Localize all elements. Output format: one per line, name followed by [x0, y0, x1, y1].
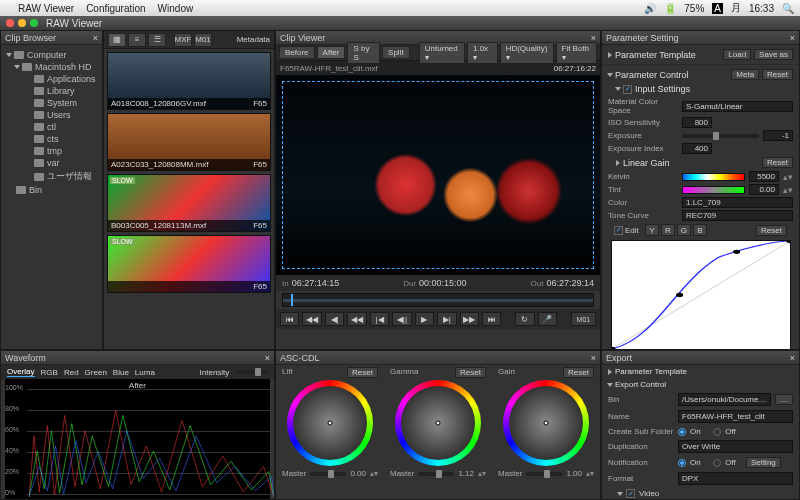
zoom-dropdown[interactable]: 1.0x ▾ [467, 42, 498, 64]
minimize-window-icon[interactable] [18, 19, 26, 27]
menu-config[interactable]: Configuration [86, 3, 145, 14]
exposure-slider[interactable] [682, 134, 759, 138]
loop-icon[interactable]: ↻ [515, 312, 534, 326]
load-button[interactable]: Load [723, 49, 751, 60]
filter-m01[interactable]: M01 [194, 33, 212, 47]
iso-value[interactable]: 800 [682, 117, 712, 128]
tree-item[interactable]: var [5, 157, 98, 169]
tone-curve-editor[interactable] [611, 240, 791, 349]
close-icon[interactable]: × [265, 353, 270, 363]
tree-item[interactable]: Users [5, 109, 98, 121]
quality-dropdown[interactable]: HD(Quality) ▾ [500, 42, 554, 64]
after-button[interactable]: After [317, 46, 346, 59]
subfolder-off-radio[interactable] [713, 428, 721, 436]
video-checkbox[interactable]: ✓ [626, 489, 635, 498]
stepper-icon[interactable]: ▴▾ [478, 469, 486, 478]
reset-button[interactable]: Reset [347, 367, 378, 378]
master-value[interactable]: 1.00 [566, 469, 582, 478]
spotlight-icon[interactable]: 🔍 [782, 3, 794, 14]
export-template-hdr[interactable]: Parameter Template [615, 367, 687, 376]
tree-item[interactable]: Applications [5, 73, 98, 85]
meta-button[interactable]: Meta [731, 69, 759, 80]
tree-item[interactable]: tmp [5, 145, 98, 157]
viewer-canvas[interactable] [276, 75, 600, 275]
tree-item[interactable]: ユーザ情報 [5, 169, 98, 184]
volume-icon[interactable]: 🔊 [644, 3, 656, 14]
battery-icon[interactable]: 🔋 [664, 3, 676, 14]
exposure-value[interactable]: -1 [763, 130, 793, 141]
tonecurve-dropdown[interactable]: REC709 [682, 210, 793, 221]
close-window-icon[interactable] [6, 19, 14, 27]
zoom-window-icon[interactable] [30, 19, 38, 27]
stepper-icon[interactable]: ▴▾ [783, 172, 793, 182]
view-list-icon[interactable]: ≡ [128, 33, 146, 47]
reset-button[interactable]: Reset [756, 225, 787, 236]
fit-dropdown[interactable]: Fit Both ▾ [556, 42, 597, 64]
clip-thumbnail[interactable]: SLOWB003C005_1208113M.mxfF65 [107, 174, 271, 232]
clip-thumbnail[interactable]: SLOWF65 [107, 235, 271, 293]
menu-window[interactable]: Window [158, 3, 194, 14]
tree-item[interactable]: cts [5, 133, 98, 145]
reset-button[interactable]: Reset [455, 367, 486, 378]
notif-off-radio[interactable] [713, 459, 721, 467]
frame-fwd-icon[interactable]: ▶| [437, 312, 456, 326]
frame-back-icon[interactable]: |◀ [370, 312, 389, 326]
timeline-scrubber[interactable] [282, 293, 594, 307]
intensity-slider[interactable] [235, 370, 268, 374]
kelvin-value[interactable]: 5500 [749, 171, 779, 182]
folder-tree[interactable]: ComputerMacintosh HDApplicationsLibraryS… [1, 45, 102, 200]
master-slider[interactable] [526, 472, 562, 476]
tree-item[interactable]: System [5, 97, 98, 109]
play-icon[interactable]: ▶ [415, 312, 434, 326]
close-icon[interactable]: × [591, 353, 596, 363]
tree-item[interactable]: Bin [5, 184, 98, 196]
before-button[interactable]: Before [279, 46, 315, 59]
clip-thumbnail[interactable]: A023C033_120808MM.mxfF65 [107, 113, 271, 171]
export-name-field[interactable]: F65RAW-HFR_test_clit [678, 410, 793, 423]
tint-slider[interactable] [682, 186, 745, 194]
input-settings-hdr[interactable]: Input Settings [635, 84, 690, 94]
wf-red-tab[interactable]: Red [64, 368, 79, 377]
master-value[interactable]: 0.00 [350, 469, 366, 478]
color-dropdown[interactable]: 1.LC_709 [682, 197, 793, 208]
param-control-hdr[interactable]: Parameter Control [615, 70, 689, 80]
notif-setting-button[interactable]: Setting [746, 457, 781, 468]
close-icon[interactable]: × [93, 33, 98, 43]
play-reverse-icon[interactable]: ◀|| [392, 312, 411, 326]
ei-value[interactable]: 400 [682, 143, 712, 154]
thumbnail-list[interactable]: A018C008_120806GV.mxfF65A023C033_120808M… [104, 49, 274, 335]
stepper-icon[interactable]: ▴▾ [783, 185, 793, 195]
filter-mxf[interactable]: MXF [174, 33, 192, 47]
clip-thumbnail[interactable]: A018C008_120806GV.mxfF65 [107, 52, 271, 110]
color-space-dropdown[interactable]: S-Gamut/Linear [682, 101, 793, 112]
mic-icon[interactable]: 🎤 [538, 312, 557, 326]
stepper-icon[interactable]: ▴▾ [370, 469, 378, 478]
a-icon[interactable]: A [712, 3, 723, 14]
color-wheel-gain[interactable] [503, 380, 589, 466]
reset-button[interactable]: Reset [762, 69, 793, 80]
wf-blue-tab[interactable]: Blue [113, 368, 129, 377]
master-slider[interactable] [418, 472, 454, 476]
rewind-icon[interactable]: ◀◀ [347, 312, 366, 326]
tree-item[interactable]: Computer [5, 49, 98, 61]
stepper-icon[interactable]: ▴▾ [586, 469, 594, 478]
m01-button[interactable]: M01 [571, 312, 596, 326]
reset-button[interactable]: Reset [563, 367, 594, 378]
wf-rgb-tab[interactable]: RGB [41, 368, 58, 377]
param-template-hdr[interactable]: Parameter Template [615, 50, 696, 60]
subfolder-on-radio[interactable] [678, 428, 686, 436]
menu-app[interactable]: RAW Viewer [18, 3, 74, 14]
linear-gain-hdr[interactable]: Linear Gain [623, 158, 670, 168]
color-wheel-gamma[interactable] [395, 380, 481, 466]
saveas-button[interactable]: Save as [754, 49, 793, 60]
goto-start-icon[interactable]: ⏮ [280, 312, 299, 326]
wf-green-tab[interactable]: Green [85, 368, 107, 377]
view-detail-icon[interactable]: ☰ [148, 33, 166, 47]
curve-b-tab[interactable]: B [693, 224, 707, 236]
view-grid-icon[interactable]: ▦ [108, 33, 126, 47]
step-back-icon[interactable]: ◀| [325, 312, 344, 326]
flip-dropdown[interactable]: Unturned ▾ [419, 42, 465, 64]
prev-clip-icon[interactable]: ◀◀ [302, 312, 321, 326]
close-icon[interactable]: × [790, 33, 795, 43]
format-dropdown[interactable]: DPX [678, 472, 793, 485]
